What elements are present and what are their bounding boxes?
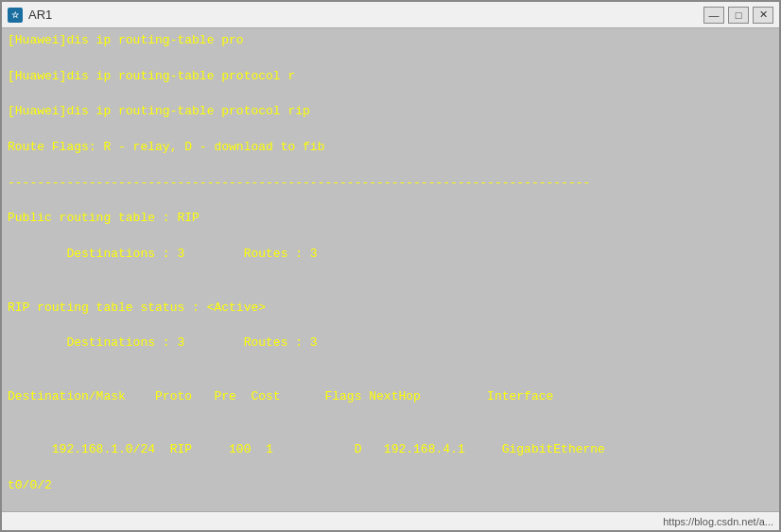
close-button[interactable]: ✕: [753, 7, 773, 24]
terminal-line: Destination/Mask Proto Pre Cost Flags Ne…: [8, 388, 773, 406]
app-icon-text: ☆: [11, 10, 19, 20]
title-bar: ☆ AR1 — □ ✕: [2, 2, 779, 28]
title-bar-left: ☆ AR1: [8, 8, 52, 23]
status-url: https://blog.csdn.net/a...: [663, 516, 773, 527]
terminal-line: ----------------------------------------…: [8, 175, 773, 193]
terminal-line: t0/0/2: [8, 477, 773, 495]
main-window: ☆ AR1 — □ ✕ [Huawei]dis ip routing-table…: [0, 0, 781, 532]
maximize-button[interactable]: □: [728, 7, 749, 24]
window-title: AR1: [28, 8, 52, 22]
terminal-output[interactable]: [Huawei]dis ip routing-table pro[Huawei]…: [2, 28, 779, 511]
app-icon: ☆: [8, 8, 23, 23]
status-bar: https://blog.csdn.net/a...: [2, 511, 779, 530]
terminal-line: Route Flags: R - relay, D - download to …: [8, 139, 773, 157]
terminal-line: [Huawei]dis ip routing-table protocol ri…: [8, 103, 773, 121]
terminal-line: [Huawei]dis ip routing-table pro: [8, 32, 773, 50]
minimize-button[interactable]: —: [703, 7, 724, 24]
terminal-line: RIP routing table status : <Active>: [8, 300, 773, 317]
terminal-wrapper: [Huawei]dis ip routing-table pro[Huawei]…: [2, 28, 779, 511]
terminal-line: [Huawei]dis ip routing-table protocol r: [8, 68, 773, 86]
terminal-line: Public routing table : RIP: [8, 210, 773, 228]
terminal-line: 192.168.1.0/24 RIP 100 1 D 192.168.4.1 G…: [8, 441, 773, 459]
window-controls: — □ ✕: [703, 7, 773, 24]
terminal-line: Destinations : 3 Routes : 3: [8, 335, 773, 352]
terminal-line: Destinations : 3 Routes : 3: [8, 246, 773, 264]
